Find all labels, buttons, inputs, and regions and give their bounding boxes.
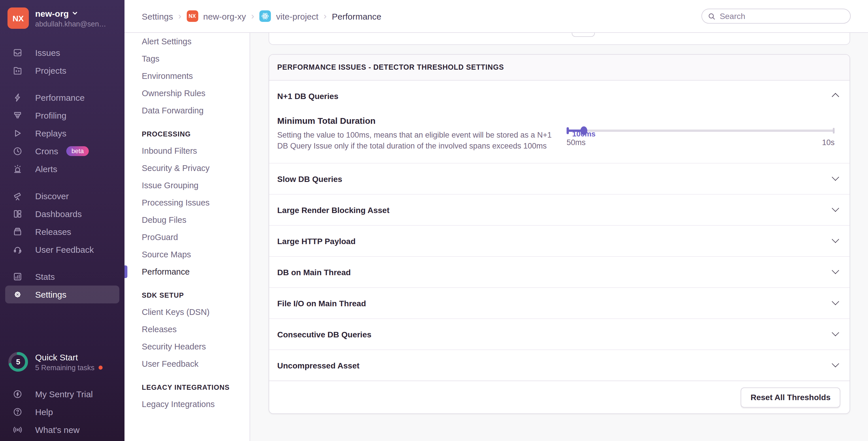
breadcrumb-org[interactable]: new-org-xy: [203, 11, 246, 21]
chevron-down-icon: [832, 267, 839, 274]
sidebar-item-label: Discover: [35, 191, 69, 201]
settings-nav-item-processing-issues[interactable]: Processing Issues: [124, 194, 250, 211]
scrolled-card-partial: [269, 33, 850, 45]
sidebar-bottom: 5 Quick Start 5 Remaining tasks My Sentr…: [0, 351, 124, 439]
sidebar-item-issues[interactable]: Issues: [0, 44, 124, 62]
partial-control: [572, 32, 595, 37]
chevron-down-icon: [72, 10, 78, 16]
search-input[interactable]: [720, 11, 844, 21]
chevron-down-icon: [832, 236, 839, 243]
sidebar-item-label: User Feedback: [35, 245, 94, 255]
performance-icon: [13, 93, 23, 102]
sidebar-item-help[interactable]: Help: [0, 403, 124, 421]
trial-icon: [13, 389, 23, 399]
sidebar-item-label: Dashboards: [35, 209, 82, 219]
settings-nav-item-source-maps[interactable]: Source Maps: [124, 246, 250, 263]
accordion-uncompressed-asset[interactable]: Uncompressed Asset: [269, 349, 849, 380]
sidebar-item-discover[interactable]: Discover: [0, 187, 124, 205]
settings-nav-item-alert-settings[interactable]: Alert Settings: [124, 33, 250, 50]
settings-nav-item-security-privacy[interactable]: Security & Privacy: [124, 160, 250, 177]
settings-nav-item-debug-files[interactable]: Debug Files: [124, 211, 250, 229]
chevron-down-icon: [832, 174, 839, 181]
sidebar-item-settings[interactable]: Settings: [5, 285, 119, 303]
sidebar-item-replays[interactable]: Replays: [0, 124, 124, 142]
settings-nav-item-environments[interactable]: Environments: [124, 67, 250, 84]
settings-nav-item-client-keys[interactable]: Client Keys (DSN): [124, 303, 250, 321]
accordion-label: Uncompressed Asset: [277, 361, 359, 370]
sidebar-item-projects[interactable]: Projects: [0, 62, 124, 79]
chevron-down-icon: [832, 205, 839, 212]
sidebar-item-stats[interactable]: Stats: [0, 268, 124, 285]
replays-icon: [13, 128, 23, 138]
accordion-n-plus-one-db-queries[interactable]: N+1 DB Queries: [269, 80, 849, 111]
accordion-consecutive-db-queries[interactable]: Consecutive DB Queries: [269, 318, 849, 349]
sidebar-item-whats-new[interactable]: What's new: [0, 421, 124, 439]
breadcrumb-separator: ›: [251, 11, 254, 21]
sidebar-item-label: What's new: [35, 425, 80, 435]
sidebar-item-label: Projects: [35, 66, 66, 75]
accordion-label: Slow DB Queries: [277, 174, 342, 183]
settings-nav-header-processing: PROCESSING: [124, 126, 250, 142]
sidebar-item-user-feedback[interactable]: User Feedback: [0, 241, 124, 259]
main-content: PERFORMANCE ISSUES - DETECTOR THRESHOLD …: [250, 33, 868, 441]
sidebar-item-label: Alerts: [35, 164, 57, 174]
breadcrumb-settings[interactable]: Settings: [142, 11, 173, 21]
settings-nav-item-tags[interactable]: Tags: [124, 50, 250, 67]
sidebar-item-label: Help: [35, 407, 53, 417]
slider-start-cap: [566, 127, 569, 134]
settings-nav-item-security-headers[interactable]: Security Headers: [124, 338, 250, 355]
stats-icon: [13, 272, 23, 281]
accordion-slow-db-queries[interactable]: Slow DB Queries: [269, 163, 849, 194]
sidebar-item-my-sentry-trial[interactable]: My Sentry Trial: [0, 385, 124, 403]
settings-nav-item-proguard[interactable]: ProGuard: [124, 229, 250, 246]
settings-nav-header-legacy-integrations: LEGACY INTEGRATIONS: [124, 379, 250, 396]
accordion-large-http-payload[interactable]: Large HTTP Payload: [269, 225, 849, 256]
settings-nav-item-issue-grouping[interactable]: Issue Grouping: [124, 177, 250, 194]
issues-icon: [13, 48, 23, 58]
breadcrumb-separator: ›: [323, 11, 327, 21]
sidebar-item-dashboards[interactable]: Dashboards: [0, 205, 124, 223]
progress-ring: 5: [7, 351, 29, 372]
sidebar-item-label: Performance: [35, 93, 85, 102]
sidebar-item-label: Releases: [35, 227, 71, 237]
settings-nav: Alert Settings Tags Environments Ownersh…: [124, 33, 250, 441]
org-switcher[interactable]: NX new-org abdullah.khan@sen…: [0, 0, 124, 35]
settings-nav-item-releases[interactable]: Releases: [124, 321, 250, 338]
top-bar: Settings › NX new-org-xy › vite-project …: [124, 0, 868, 33]
settings-nav-item-inbound-filters[interactable]: Inbound Filters: [124, 142, 250, 160]
panel-footer: Reset All Thresholds: [269, 380, 849, 413]
org-name: new-org: [35, 8, 69, 18]
accordion-db-on-main-thread[interactable]: DB on Main Thread: [269, 256, 849, 287]
reset-all-thresholds-button[interactable]: Reset All Thresholds: [741, 387, 841, 407]
quick-start-panel[interactable]: 5 Quick Start 5 Remaining tasks: [0, 351, 124, 372]
sidebar-item-crons[interactable]: Crons beta: [0, 142, 124, 160]
sidebar-item-profiling[interactable]: Profiling: [0, 106, 124, 124]
settings-nav-item-user-feedback[interactable]: User Feedback: [124, 355, 250, 372]
whats-new-icon: [13, 425, 23, 435]
sidebar-item-label: Replays: [35, 128, 66, 138]
profiling-icon: [13, 110, 23, 120]
breadcrumb-project[interactable]: vite-project: [276, 11, 318, 21]
settings-nav-item-data-forwarding[interactable]: Data Forwarding: [124, 102, 250, 119]
chevron-down-icon: [832, 298, 839, 305]
help-icon: [13, 407, 23, 417]
beta-badge: beta: [66, 146, 89, 156]
sidebar-item-performance[interactable]: Performance: [0, 89, 124, 106]
chevron-down-icon: [832, 360, 839, 367]
accordion-file-io-on-main-thread[interactable]: File I/O on Main Thread: [269, 287, 849, 318]
breadcrumb-separator: ›: [178, 11, 181, 21]
accordion-label: File I/O on Main Thread: [277, 299, 366, 308]
settings-nav-item-performance[interactable]: Performance: [124, 263, 250, 280]
sidebar-item-alerts[interactable]: Alerts: [0, 160, 124, 178]
settings-nav-item-ownership-rules[interactable]: Ownership Rules: [124, 84, 250, 102]
notification-dot: [98, 366, 102, 370]
accordion-large-render-blocking-asset[interactable]: Large Render Blocking Asset: [269, 194, 849, 225]
org-badge: NX: [186, 10, 198, 22]
dashboards-icon: [13, 209, 23, 219]
sidebar-item-releases[interactable]: Releases: [0, 223, 124, 241]
search-box: [702, 9, 851, 24]
settings-nav-item-legacy-integrations[interactable]: Legacy Integrations: [124, 396, 250, 413]
quick-start-subtitle: 5 Remaining tasks: [35, 364, 95, 372]
slider-track[interactable]: [566, 130, 835, 132]
slider-thumb[interactable]: [580, 126, 587, 135]
